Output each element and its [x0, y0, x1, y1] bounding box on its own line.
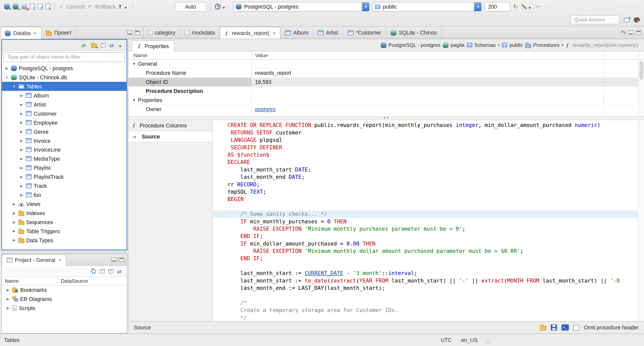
expand-arrow-icon[interactable]: ▶ [6, 297, 10, 301]
open-sql-script-icon[interactable] [38, 4, 43, 10]
schema-combo[interactable]: public ▼ [373, 2, 482, 11]
open-perspective-icon[interactable] [624, 17, 630, 22]
tree-item-genre[interactable]: ▶Genre [2, 127, 127, 136]
breadcrumb-item-pagila[interactable]: pagila [443, 42, 465, 48]
omit-procedure-header-checkbox[interactable] [574, 325, 579, 330]
editor-tab-sqlite-chinoo[interactable]: SQLite - Chinoo [386, 27, 442, 39]
editor-tab-album[interactable]: Album [280, 27, 313, 39]
property-row-properties[interactable]: ▼Properties [129, 96, 638, 105]
expand-all-icon[interactable] [108, 269, 113, 273]
connection-combo[interactable]: PostgreSQL - postgres ▼ [233, 2, 370, 11]
expand-arrow-icon[interactable]: ▶ [19, 184, 24, 188]
dbeaver-perspective-icon[interactable] [634, 17, 640, 22]
save-file-icon[interactable] [551, 324, 557, 330]
recent-sql-editor-icon[interactable] [46, 4, 51, 10]
expand-arrow-icon[interactable]: ▶ [19, 121, 24, 124]
side-tab-procedure-columns[interactable]: Procedure Columns [129, 120, 212, 131]
editor-tab-mockdata[interactable]: mockdata [180, 27, 220, 39]
expand-arrow-icon[interactable]: ▶ [12, 211, 16, 215]
new-sql-editor-icon[interactable] [30, 4, 35, 10]
property-row-procedure-description[interactable]: Procedure Description [129, 87, 638, 96]
minimize-icon[interactable] [127, 30, 133, 35]
undo-icon[interactable] [535, 4, 541, 10]
panel-tab-проект[interactable]: Проект [42, 27, 77, 39]
tree-item-album[interactable]: ▶Album [2, 91, 127, 100]
tree-item-foo[interactable]: ▶foo [2, 190, 127, 199]
expand-arrow-icon[interactable]: ▶ [19, 102, 24, 106]
disconnect-icon[interactable] [21, 5, 27, 10]
sync-connection-icon[interactable] [109, 42, 115, 48]
project-item-er-diagrams[interactable]: ▶ER Diagrams [2, 294, 127, 303]
editor-tab-artist[interactable]: Artist [313, 27, 343, 39]
transaction-log-button[interactable] [215, 4, 227, 10]
column-header-name[interactable]: Name [2, 277, 58, 285]
sql-console-icon[interactable] [561, 324, 569, 330]
property-row-owner[interactable]: Ownerpostgres [129, 105, 638, 114]
expand-arrow-icon[interactable]: ▶ [6, 288, 10, 292]
section-splitter[interactable]: ▲▼ [129, 116, 644, 120]
expand-arrow-icon[interactable]: ▼ [5, 76, 9, 79]
refresh-icon[interactable] [117, 268, 123, 274]
scrollbar[interactable] [638, 60, 644, 116]
tree-item-mediatype[interactable]: ▶MediaType [2, 154, 127, 163]
quick-access-input[interactable] [571, 15, 620, 24]
expand-arrow-icon[interactable]: ▶ [19, 157, 24, 161]
project-item-bookmarks[interactable]: ▶Bookmarks [2, 285, 127, 294]
tree-item-invoiceline[interactable]: ▶InvoiceLine [2, 145, 127, 154]
expand-arrow-icon[interactable]: ▶ [19, 193, 24, 197]
editor-tab-rewards-report[interactable]: rewards_report(× [220, 27, 280, 39]
maximize-icon[interactable] [135, 30, 140, 35]
gear-icon[interactable] [91, 268, 96, 274]
object-filter-input[interactable] [4, 52, 125, 62]
close-icon[interactable]: × [58, 257, 61, 263]
expand-arrow-icon[interactable]: ▶ [19, 148, 24, 152]
close-icon[interactable]: × [34, 30, 36, 36]
source-editor[interactable]: CREATE OR REPLACE FUNCTION public.reward… [213, 120, 638, 321]
project-item-scripts[interactable]: ▶Scripts [2, 303, 127, 313]
tab-project-general[interactable]: Project - General × [2, 254, 66, 266]
combo-dropdown-button[interactable]: ▼ [362, 2, 369, 11]
expand-arrow-icon[interactable]: ▶ [12, 220, 16, 224]
expand-arrow-icon[interactable]: ▶ [19, 166, 24, 170]
tree-item-data-types[interactable]: ▶Data Types [2, 236, 127, 245]
tree-item-sqlite-chinook-db[interactable]: ▼SQLite - Chinook.db [2, 73, 127, 82]
tree-item-customer[interactable]: ▶Customer [2, 109, 127, 118]
property-row-object-id[interactable]: Object ID16,583 [129, 78, 638, 87]
expand-arrow-icon[interactable]: ▶ [12, 229, 16, 233]
link-with-editor-icon[interactable] [81, 42, 87, 48]
scrollbar[interactable] [638, 120, 644, 321]
rollback-button[interactable]: Rollback [88, 4, 116, 10]
tree-item-tables[interactable]: ▼Tables [2, 82, 127, 91]
combo-dropdown-button[interactable]: ▼ [474, 2, 481, 11]
tree-item-indexes[interactable]: ▶Indexes [2, 209, 127, 218]
tree-item-sequences[interactable]: ▶Sequences [2, 218, 127, 227]
tree-item-invoice[interactable]: ▶Invoice [2, 136, 127, 145]
expand-arrow-icon[interactable]: ▼ [132, 62, 136, 66]
view-menu-icon[interactable] [119, 43, 123, 48]
column-header-value[interactable]: Value [252, 51, 604, 59]
expand-arrow-icon[interactable]: ▶ [19, 139, 24, 143]
auto-commit-mode-button[interactable]: Auto [175, 2, 206, 11]
tree-item-track[interactable]: ▶Track [2, 181, 127, 190]
expand-arrow-icon[interactable]: ▶ [19, 112, 24, 115]
maximize-icon[interactable] [119, 257, 124, 262]
editor-tab-customer[interactable]: *Customer [343, 27, 386, 39]
new-folder-icon[interactable] [91, 44, 97, 48]
breadcrumb-item-procedures[interactable]: Procedures▾ [525, 42, 563, 48]
tree-item-artist[interactable]: ▶Artist [2, 100, 127, 109]
expand-arrow-icon[interactable]: ▶ [19, 175, 24, 179]
collapse-all-icon[interactable] [100, 269, 105, 273]
expand-arrow-icon[interactable]: ▼ [132, 98, 136, 102]
splitter-arrows-icon[interactable]: ▲▼ [383, 116, 390, 119]
property-row-procedure-name[interactable]: Procedure Namerewards_report [129, 69, 638, 78]
open-file-icon[interactable] [540, 326, 547, 330]
breadcrumb-item-rewards-report-int4-numeric[interactable]: rewards_report(int4,numeric) [566, 42, 638, 48]
editor-tab-category[interactable]: category [143, 27, 180, 39]
tree-item-playlisttrack[interactable]: ▶PlaylistTrack [2, 172, 127, 181]
expand-arrow-icon[interactable]: ▼ [12, 85, 16, 88]
expand-arrow-icon[interactable]: ▶ [6, 306, 10, 310]
expand-arrow-icon[interactable]: ▶ [5, 66, 9, 70]
column-header-name[interactable]: Name [129, 51, 252, 59]
expand-arrow-icon[interactable]: ▶ [12, 238, 16, 242]
breadcrumb-item-schemas[interactable]: Schemas▾ [467, 42, 500, 48]
